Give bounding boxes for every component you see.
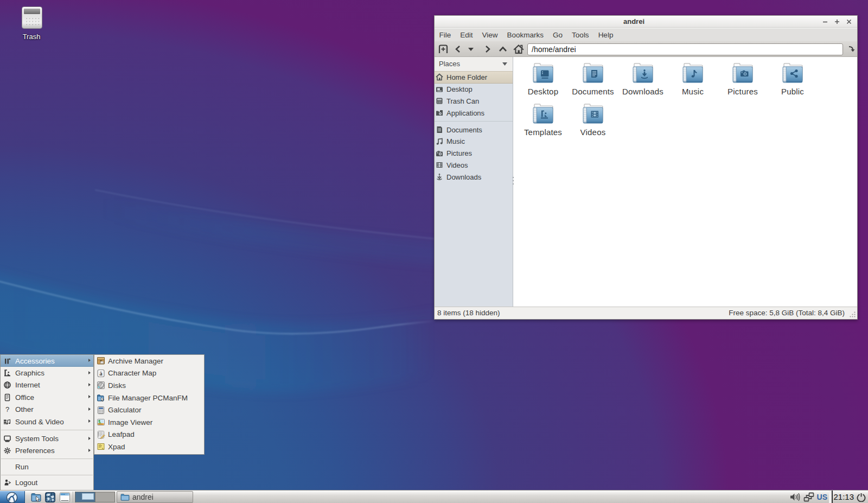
svg-text:â: â: [99, 370, 103, 377]
